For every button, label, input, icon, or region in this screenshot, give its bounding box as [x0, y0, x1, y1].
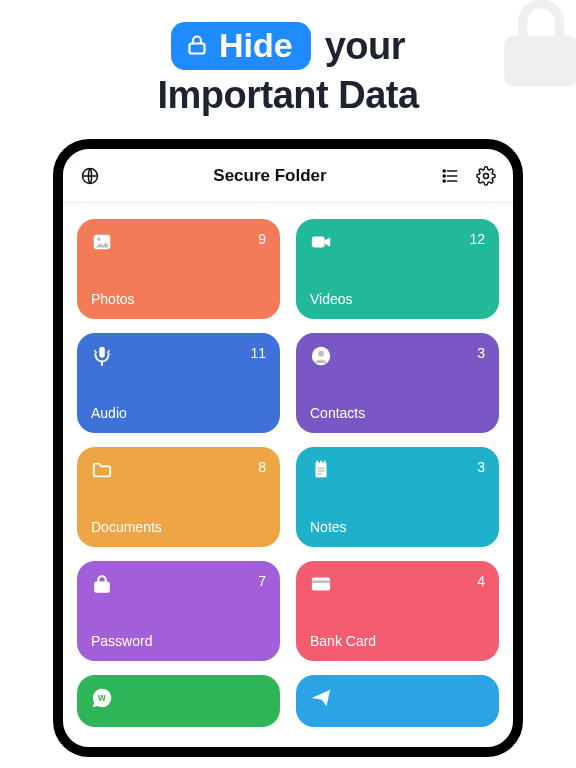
hero-line-1: Hide your: [0, 22, 576, 70]
list-icon[interactable]: [439, 165, 461, 187]
card-count: 9: [258, 231, 266, 247]
card-label: Bank Card: [310, 633, 485, 649]
hero: Hide your Important Data: [0, 0, 576, 117]
folder-card-documents[interactable]: 8Documents: [77, 447, 280, 547]
note-icon: [310, 459, 332, 481]
card-count: 4: [477, 573, 485, 589]
svg-rect-21: [312, 580, 330, 583]
svg-rect-12: [99, 347, 105, 358]
svg-point-6: [443, 180, 445, 182]
card-label: Notes: [310, 519, 485, 535]
folder-card-bank-card[interactable]: 4Bank Card: [296, 561, 499, 661]
svg-point-4: [443, 175, 445, 177]
video-icon: [310, 231, 332, 253]
photo-icon: [91, 231, 113, 253]
folder-icon: [91, 459, 113, 481]
tablet-frame: Secure Folder 9Photos12Videos11Audio3Con…: [53, 139, 523, 757]
card-count: 11: [250, 345, 266, 361]
svg-text:W: W: [98, 694, 106, 703]
card-count: 3: [477, 345, 485, 361]
card-label: Contacts: [310, 405, 485, 421]
svg-point-10: [97, 238, 100, 241]
folder-card-notes[interactable]: 3Notes: [296, 447, 499, 547]
folder-card-password[interactable]: 7Password: [77, 561, 280, 661]
hide-pill: Hide: [171, 22, 311, 70]
card-label: Photos: [91, 291, 266, 307]
hero-line-2: Important Data: [0, 74, 576, 117]
svg-point-2: [443, 170, 445, 172]
globe-icon[interactable]: [79, 165, 101, 187]
mic-icon: [91, 345, 113, 367]
folder-card-audio[interactable]: 11Audio: [77, 333, 280, 433]
svg-rect-20: [312, 578, 330, 591]
gear-icon[interactable]: [475, 165, 497, 187]
folder-card-whatsapp[interactable]: W: [77, 675, 280, 727]
send-icon: [310, 687, 332, 709]
hero-text-your: your: [325, 25, 405, 68]
contact-icon: [310, 345, 332, 367]
svg-point-15: [318, 351, 324, 357]
lock-icon: [91, 573, 113, 595]
svg-rect-0: [189, 44, 204, 54]
hide-pill-label: Hide: [219, 28, 293, 62]
card-count: 12: [469, 231, 485, 247]
card-count: 3: [477, 459, 485, 475]
svg-rect-19: [95, 583, 109, 592]
topbar: Secure Folder: [63, 149, 513, 203]
card-label: Documents: [91, 519, 266, 535]
folder-card-photos[interactable]: 9Photos: [77, 219, 280, 319]
card-count: 8: [258, 459, 266, 475]
card-label: Audio: [91, 405, 266, 421]
lock-icon: [185, 28, 209, 62]
whatsapp-icon: W: [91, 687, 113, 709]
card-icon: [310, 573, 332, 595]
folder-grid: 9Photos12Videos11Audio3Contacts8Document…: [63, 203, 513, 727]
folder-card-contacts[interactable]: 3Contacts: [296, 333, 499, 433]
svg-rect-11: [312, 237, 325, 248]
card-label: Videos: [310, 291, 485, 307]
card-label: Password: [91, 633, 266, 649]
folder-card-videos[interactable]: 12Videos: [296, 219, 499, 319]
app-screen: Secure Folder 9Photos12Videos11Audio3Con…: [63, 149, 513, 747]
card-count: 7: [258, 573, 266, 589]
svg-point-8: [484, 173, 489, 178]
folder-card-send[interactable]: [296, 675, 499, 727]
page-title: Secure Folder: [213, 166, 326, 186]
